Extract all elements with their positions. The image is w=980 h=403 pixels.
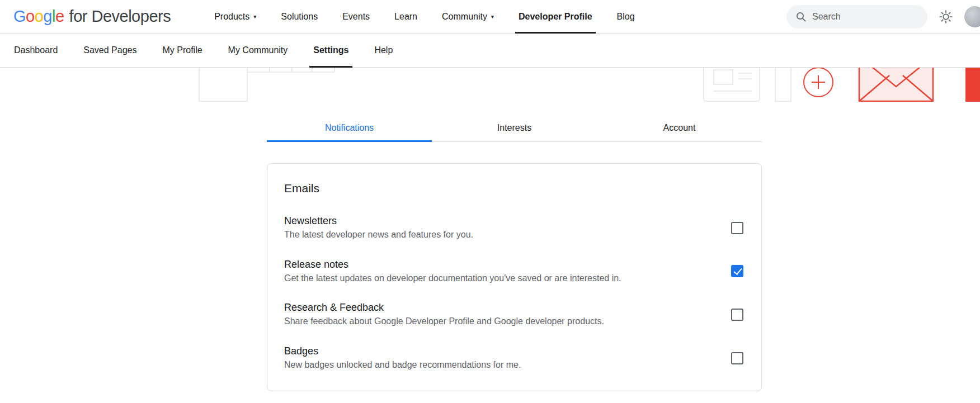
research-feedback-checkbox[interactable] [731,309,743,321]
subnav-item-help[interactable]: Help [361,34,406,68]
tab-account[interactable]: Account [597,116,762,141]
logo-letter: g [43,7,52,26]
setting-text: Badges New badges unlocked and badge rec… [284,345,521,371]
logo-letter: o [26,7,35,26]
grid-decoration [199,68,334,101]
setting-text: Newsletters The latest developer news an… [284,215,473,241]
nav-item-developer-profile[interactable]: Developer Profile [506,0,605,34]
nav-item-learn[interactable]: Learn [382,0,430,34]
nav-item-events[interactable]: Events [330,0,382,34]
card-title: Emails [284,182,743,195]
nav-label: Learn [394,12,417,22]
sun-icon [939,10,953,24]
search-input[interactable] [812,12,918,22]
subnav-label: My Community [228,45,288,55]
setting-description: New badges unlocked and badge recommenda… [284,359,521,371]
nav-label: Community [442,12,487,22]
badges-checkbox[interactable] [731,352,743,364]
main-content: Notifications Interests Account Emails N… [0,116,980,391]
subnav-label: Saved Pages [83,45,136,55]
nav-label: Events [342,12,370,22]
tab-label: Account [663,123,696,132]
email-setting-row: Research & Feedback Share feedback about… [284,302,743,328]
banner-decorations [0,68,980,102]
subnav-label: My Profile [162,45,202,55]
setting-description: Share feedback about Google Developer Pr… [284,315,604,328]
subnav-item-saved-pages[interactable]: Saved Pages [70,34,149,68]
nav-item-blog[interactable]: Blog [605,0,647,34]
theme-toggle-button[interactable] [939,10,953,24]
tab-label: Interests [497,123,531,132]
nav-label: Solutions [281,12,318,22]
nav-item-products[interactable]: Products ▾ [202,0,268,34]
setting-description: The latest developer news and features f… [284,229,473,241]
subnav-label: Settings [313,45,348,55]
logo-suffix: for Developers [69,7,171,26]
search-box[interactable] [786,5,927,29]
google-developers-logo[interactable]: Google for Developers [13,7,171,26]
email-setting-row: Newsletters The latest developer news an… [284,215,743,241]
tab-interests[interactable]: Interests [432,116,597,141]
plus-circle-icon [804,68,833,97]
nav-item-community[interactable]: Community ▾ [430,0,506,34]
emails-card: Emails Newsletters The latest developer … [267,163,762,391]
release-notes-checkbox[interactable] [731,265,743,277]
setting-text: Research & Feedback Share feedback about… [284,302,604,328]
nav-label: Developer Profile [519,12,592,22]
logo-letter: o [35,7,44,26]
email-setting-row: Release notes Get the latest updates on … [284,259,743,285]
tab-label: Notifications [325,123,374,132]
red-edge-bar [965,68,980,102]
nav-label: Products [214,12,249,22]
decorative-banner [0,68,980,102]
settings-tabs: Notifications Interests Account [267,116,762,142]
setting-title: Newsletters [284,215,473,227]
nav-label: Blog [617,12,635,22]
nav-item-solutions[interactable]: Solutions [268,0,330,34]
setting-title: Research & Feedback [284,302,604,314]
setting-title: Badges [284,345,521,357]
envelope-decoration [859,68,933,101]
subnav-item-my-profile[interactable]: My Profile [149,34,215,68]
list-decoration [704,68,791,101]
top-header: Google for Developers Products ▾ Solutio… [0,0,980,34]
search-icon [795,11,807,22]
setting-description: Get the latest updates on developer docu… [284,272,621,285]
newsletters-checkbox[interactable] [731,222,743,234]
tab-notifications[interactable]: Notifications [267,116,432,141]
subnav-label: Help [374,45,393,55]
primary-nav: Products ▾ Solutions Events Learn Commun… [202,0,647,34]
chevron-down-icon: ▾ [253,13,256,20]
profile-subnav: Dashboard Saved Pages My Profile My Comm… [0,34,980,68]
avatar[interactable] [964,6,980,27]
chevron-down-icon: ▾ [491,13,494,20]
logo-letter: G [13,7,26,26]
setting-title: Release notes [284,259,621,271]
subnav-item-dashboard[interactable]: Dashboard [1,34,70,68]
subnav-label: Dashboard [14,45,58,55]
setting-text: Release notes Get the latest updates on … [284,259,621,285]
logo-letter: e [55,7,64,26]
email-setting-row: Badges New badges unlocked and badge rec… [284,345,743,371]
subnav-item-settings[interactable]: Settings [300,34,361,68]
subnav-item-my-community[interactable]: My Community [215,34,301,68]
